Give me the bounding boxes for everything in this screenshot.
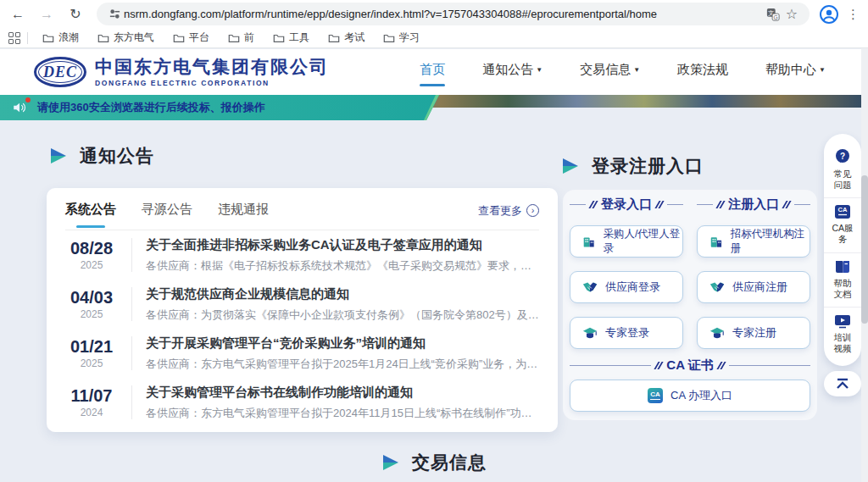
bookmark-folder[interactable]: 前 bbox=[219, 28, 264, 48]
notice-row[interactable]: 08/28 2025 关于全面推进非招标采购业务CA认证及电子签章应用的通知 各… bbox=[65, 230, 539, 280]
supplier-login-button[interactable]: 供应商登录 bbox=[570, 271, 683, 303]
folder-icon bbox=[383, 33, 395, 43]
notice-date: 08/28 bbox=[65, 239, 118, 258]
notice-title[interactable]: 关于全面推进非招标采购业务CA认证及电子签章应用的通知 bbox=[146, 237, 539, 253]
address-bar[interactable]: nsrm.dongfang.com/platform/runtime/epp/d… bbox=[97, 3, 810, 25]
site-settings-icon[interactable] bbox=[105, 5, 124, 24]
tab-violation-reports[interactable]: 违规通报 bbox=[218, 202, 269, 228]
building-icon bbox=[582, 235, 595, 249]
notice-title[interactable]: 关于规范供应商企业规模信息的通知 bbox=[146, 286, 539, 302]
ca-icon: CA bbox=[648, 388, 663, 403]
scrollbar[interactable] bbox=[861, 48, 868, 482]
bid-agency-register-button[interactable]: 招标代理机构注册 bbox=[697, 225, 810, 258]
notice-row[interactable]: 11/07 2024 关于采购管理平台标书在线制作功能培训的通知 各供应商：东方… bbox=[65, 378, 539, 427]
notice-date: 11/07 bbox=[65, 386, 118, 406]
folder-icon bbox=[228, 33, 240, 43]
section-title: 通知公告 bbox=[80, 144, 154, 168]
folder-icon bbox=[328, 33, 340, 43]
tab-system-notices[interactable]: 系统公告 bbox=[65, 202, 116, 228]
bookmark-star-icon[interactable]: ☆ bbox=[782, 5, 801, 24]
nav-item-help-center[interactable]: 帮助中心 ▼ bbox=[765, 62, 826, 83]
handshake-icon bbox=[582, 280, 598, 294]
notice-row[interactable]: 04/03 2025 关于规范供应商企业规模信息的通知 各供应商：为贯彻落实《保… bbox=[65, 280, 539, 329]
folder-icon bbox=[173, 33, 185, 43]
browser-menu-icon[interactable]: ⋮ bbox=[847, 7, 860, 22]
graduation-cap-icon bbox=[709, 326, 725, 340]
notice-summary: 各供应商：东方电气采购管理平台拟于2024年11月15日上线“标书在线制作”功能… bbox=[146, 406, 539, 421]
company-name-en: DONGFANG ELECTRIC CORPORATION bbox=[95, 79, 329, 87]
section-arrow-icon bbox=[563, 158, 580, 174]
main-nav: 首页 通知公告 ▼ 交易信息 ▼ 政策法规 帮助中心 ▼ bbox=[420, 62, 826, 83]
notice-year: 2025 bbox=[65, 308, 118, 320]
supplier-register-button[interactable]: 供应商注册 bbox=[697, 271, 810, 303]
scrollbar-thumb[interactable] bbox=[861, 175, 868, 324]
training-videos-button[interactable]: 培训视频 bbox=[824, 307, 861, 361]
bookmark-folder[interactable]: 考试 bbox=[319, 28, 374, 48]
chevron-down-icon: ▼ bbox=[819, 66, 826, 74]
translate-icon[interactable]: 文 G bbox=[764, 5, 782, 24]
question-icon: ? bbox=[834, 148, 851, 165]
chevron-right-circle-icon: › bbox=[526, 204, 539, 217]
bookmark-folder[interactable]: 学习 bbox=[374, 28, 429, 48]
buyer-agent-login-button[interactable]: 采购人/代理人登录 bbox=[570, 225, 683, 258]
speaker-icon bbox=[12, 100, 29, 115]
company-logo[interactable]: DEC 中国东方电气集团有限公司 DONGFANG ELECTRIC CORPO… bbox=[34, 57, 329, 87]
section-title: 登录注册入口 bbox=[592, 154, 704, 178]
login-section-header: 登录注册入口 bbox=[563, 154, 704, 178]
tab-sourcing-notices[interactable]: 寻源公告 bbox=[142, 202, 192, 228]
browser-toolbar: ← → ↻ nsrm.dongfang.com/platform/runtime… bbox=[0, 0, 868, 28]
reload-button[interactable]: ↻ bbox=[64, 3, 86, 25]
notice-summary: 各供应商：东方电气采购管理平台拟于2025年1月24日上线“竞价采购”业务，为帮… bbox=[146, 357, 539, 372]
notice-card: 系统公告 寻源公告 违规通报 查看更多 › 08/28 2025 关于全面推进非… bbox=[47, 188, 558, 432]
nav-item-home[interactable]: 首页 bbox=[420, 62, 445, 83]
folder-icon bbox=[42, 33, 54, 43]
ca-service-button[interactable]: CA CA服务 bbox=[824, 197, 861, 252]
notice-title[interactable]: 关于开展采购管理平台“竞价采购业务”培训的通知 bbox=[146, 335, 539, 352]
bookmark-folder[interactable]: 平台 bbox=[164, 28, 219, 48]
alert-dot bbox=[25, 97, 31, 102]
expert-login-button[interactable]: 专家登录 bbox=[570, 317, 683, 349]
nav-item-policies[interactable]: 政策法规 bbox=[677, 62, 728, 83]
divider bbox=[27, 32, 28, 44]
site-header: DEC 中国东方电气集团有限公司 DONGFANG ELECTRIC CORPO… bbox=[0, 49, 868, 95]
building-icon bbox=[709, 235, 723, 249]
trade-section-header: 交易信息 bbox=[383, 451, 487, 474]
notice-summary: 各供应商：为贯彻落实《保障中小企业款项支付条例》（国务院令第802号）及《中小企… bbox=[146, 307, 539, 323]
notice-section-header: 通知公告 bbox=[51, 144, 154, 168]
bookmark-folder[interactable]: 东方电气 bbox=[88, 28, 164, 48]
register-entries-header: 注册入口 bbox=[697, 197, 810, 213]
handshake-icon bbox=[709, 280, 725, 294]
nav-item-trade-info[interactable]: 交易信息 ▼ bbox=[580, 62, 640, 83]
notice-year: 2025 bbox=[65, 357, 118, 369]
ca-apply-button[interactable]: CA CA 办理入口 bbox=[570, 380, 810, 412]
notice-date: 01/21 bbox=[65, 337, 118, 357]
profile-avatar[interactable] bbox=[818, 3, 840, 25]
notice-year: 2024 bbox=[65, 407, 118, 418]
forward-button[interactable]: → bbox=[36, 3, 58, 25]
back-button[interactable]: ← bbox=[7, 3, 29, 25]
notice-tabs: 系统公告 寻源公告 违规通报 查看更多 › bbox=[65, 200, 539, 230]
nav-item-notices[interactable]: 通知公告 ▼ bbox=[482, 62, 542, 83]
chevron-down-icon: ▼ bbox=[536, 66, 542, 74]
section-arrow-icon bbox=[383, 455, 400, 470]
faq-button[interactable]: ? 常见问题 bbox=[824, 142, 861, 197]
apps-grid-icon[interactable] bbox=[8, 32, 20, 44]
expert-register-button[interactable]: 专家注册 bbox=[697, 317, 810, 349]
notice-row[interactable]: 01/21 2025 关于开展采购管理平台“竞价采购业务”培训的通知 各供应商：… bbox=[65, 329, 539, 378]
svg-text:?: ? bbox=[840, 152, 845, 161]
folder-icon bbox=[273, 33, 285, 43]
url-text[interactable]: nsrm.dongfang.com/platform/runtime/epp/d… bbox=[124, 8, 764, 20]
notice-summary: 各供应商：根据《电子招标投标系统技术规范》《电子采购交易规范》要求，东方电气采购… bbox=[146, 258, 539, 274]
view-more-link[interactable]: 查看更多 › bbox=[478, 203, 539, 227]
bookmarks-bar: 浪潮 东方电气 平台 前 工具 考试 学习 bbox=[0, 28, 868, 48]
help-docs-button[interactable]: 帮助文档 bbox=[824, 252, 861, 307]
divider bbox=[131, 287, 132, 321]
dec-logo-icon: DEC bbox=[34, 57, 86, 87]
svg-text:G: G bbox=[774, 14, 778, 19]
bookmark-folder[interactable]: 工具 bbox=[264, 28, 319, 48]
bookmark-folder[interactable]: 浪潮 bbox=[33, 28, 88, 48]
back-to-top-button[interactable] bbox=[824, 371, 861, 396]
divider bbox=[131, 238, 132, 272]
notice-title[interactable]: 关于采购管理平台标书在线制作功能培训的通知 bbox=[146, 385, 539, 401]
folder-icon bbox=[97, 33, 109, 43]
